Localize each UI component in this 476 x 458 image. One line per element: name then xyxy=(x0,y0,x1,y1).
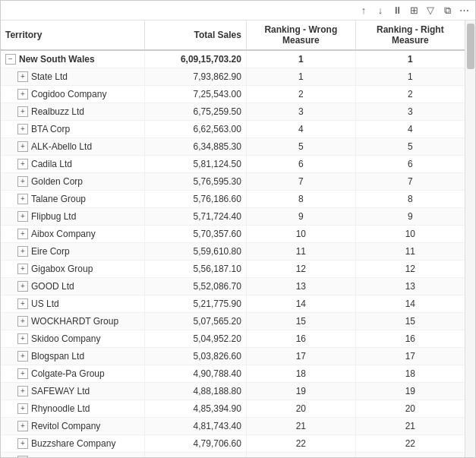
table-row[interactable]: +Gigabox Group5,56,187.101212 xyxy=(1,261,465,278)
row-expand-icon[interactable]: + xyxy=(17,298,28,309)
row-expand-icon[interactable]: + xyxy=(17,106,28,117)
table-row[interactable]: +BTA Corp6,62,563.0044 xyxy=(1,121,465,138)
table-row[interactable]: +Golden Corp5,76,595.3077 xyxy=(1,173,465,191)
row-wrong-rank: 9 xyxy=(246,208,355,226)
scrollbar[interactable] xyxy=(465,21,475,457)
row-expand-icon[interactable]: + xyxy=(17,351,28,362)
row-sales: 6,34,885.30 xyxy=(145,138,246,156)
sort-asc-icon[interactable]: ↑ xyxy=(357,4,370,17)
filter-icon[interactable]: ▽ xyxy=(424,4,437,17)
table-row[interactable]: +Oozz Group4,75,552.602323 xyxy=(1,453,465,458)
row-expand-icon[interactable]: + xyxy=(17,421,28,431)
table-row[interactable]: +Talane Group5,76,186.6088 xyxy=(1,191,465,208)
row-wrong-rank: 19 xyxy=(246,383,355,400)
row-expand-icon[interactable]: + xyxy=(17,456,28,457)
row-right-rank: 10 xyxy=(355,226,465,243)
table-row[interactable]: +ALK-Abello Ltd6,34,885.3055 xyxy=(1,138,465,156)
row-territory-label: Rhynoodle Ltd xyxy=(31,403,90,414)
row-expand-icon[interactable]: + xyxy=(17,438,28,449)
table-row[interactable]: +State Ltd7,93,862.9011 xyxy=(1,68,465,86)
row-sales: 6,09,15,703.20 xyxy=(145,50,246,68)
row-territory-label: New South Wales xyxy=(19,54,95,65)
row-sales: 5,76,595.30 xyxy=(145,173,246,191)
row-territory-label: Revitol Company xyxy=(31,421,100,431)
table-row[interactable]: +Buzzshare Company4,79,706.602222 xyxy=(1,435,465,453)
row-wrong-rank: 10 xyxy=(246,226,355,243)
row-territory-label: Gigabox Group xyxy=(31,264,93,274)
row-expand-icon[interactable]: + xyxy=(17,71,28,82)
row-territory-label: Golden Corp xyxy=(31,176,83,187)
row-sales: 5,07,565.20 xyxy=(145,313,246,330)
row-sales: 5,70,357.60 xyxy=(145,226,246,243)
table-row[interactable]: +Skidoo Company5,04,952.201616 xyxy=(1,330,465,348)
row-expand-icon[interactable]: + xyxy=(17,176,28,187)
row-territory-label: Colgate-Pa Group xyxy=(31,368,105,379)
row-expand-icon[interactable]: + xyxy=(17,124,28,134)
table-row[interactable]: +Colgate-Pa Group4,90,788.401818 xyxy=(1,365,465,383)
more-icon[interactable]: ⋯ xyxy=(457,4,471,17)
col-header-wrong[interactable]: Ranking - Wrong Measure xyxy=(246,21,355,50)
row-expand-icon[interactable]: + xyxy=(17,368,28,379)
row-sales: 6,62,563.00 xyxy=(145,121,246,138)
row-territory-label: Realbuzz Ltd xyxy=(31,106,84,117)
row-right-rank: 9 xyxy=(355,208,465,226)
pause-icon[interactable]: ⏸ xyxy=(390,4,404,17)
row-wrong-rank: 17 xyxy=(246,348,355,365)
row-wrong-rank: 21 xyxy=(246,418,355,435)
row-expand-icon[interactable]: + xyxy=(17,316,28,327)
table-row[interactable]: −New South Wales6,09,15,703.2011 xyxy=(1,50,465,68)
row-right-rank: 13 xyxy=(355,278,465,295)
row-expand-icon[interactable]: + xyxy=(17,386,28,396)
row-expand-icon[interactable]: + xyxy=(17,403,28,414)
row-right-rank: 22 xyxy=(355,435,465,453)
expand-icon[interactable]: ⊞ xyxy=(407,4,421,17)
row-expand-icon[interactable]: + xyxy=(17,211,28,222)
row-right-rank: 16 xyxy=(355,330,465,348)
row-expand-icon[interactable]: + xyxy=(17,141,28,152)
row-sales: 5,81,124.50 xyxy=(145,156,246,173)
export-icon[interactable]: ⧉ xyxy=(440,4,454,17)
table-row[interactable]: +Aibox Company5,70,357.601010 xyxy=(1,226,465,243)
col-header-right[interactable]: Ranking - Right Measure xyxy=(355,21,465,50)
sort-desc-icon[interactable]: ↓ xyxy=(374,4,387,17)
row-wrong-rank: 20 xyxy=(246,400,355,418)
row-expand-icon[interactable]: + xyxy=(17,229,28,239)
row-sales: 5,76,186.60 xyxy=(145,191,246,208)
col-header-territory[interactable]: Territory xyxy=(1,21,145,50)
table-row[interactable]: +Blogspan Ltd5,03,826.601717 xyxy=(1,348,465,365)
table-row[interactable]: +WOCKHARDT Group5,07,565.201515 xyxy=(1,313,465,330)
row-expand-icon[interactable]: + xyxy=(17,281,28,292)
row-expand-icon[interactable]: + xyxy=(17,194,28,204)
table-row[interactable]: +SAFEWAY Ltd4,88,188.801919 xyxy=(1,383,465,400)
row-sales: 7,93,862.90 xyxy=(145,68,246,86)
table-row[interactable]: +Cadila Ltd5,81,124.5066 xyxy=(1,156,465,173)
row-right-rank: 15 xyxy=(355,313,465,330)
row-wrong-rank: 5 xyxy=(246,138,355,156)
row-right-rank: 19 xyxy=(355,383,465,400)
row-expand-icon[interactable]: + xyxy=(17,246,28,257)
table-row[interactable]: +Eire Corp5,59,610.801111 xyxy=(1,243,465,261)
row-wrong-rank: 6 xyxy=(246,156,355,173)
table-scroll[interactable]: Territory Total Sales Ranking - Wrong Me… xyxy=(1,21,465,457)
row-sales: 5,56,187.10 xyxy=(145,261,246,278)
row-expand-icon[interactable]: + xyxy=(17,264,28,274)
table-row[interactable]: +Rhynoodle Ltd4,85,394.902020 xyxy=(1,400,465,418)
row-territory-label: Oozz Group xyxy=(31,456,80,457)
row-expand-icon[interactable]: + xyxy=(17,89,28,99)
row-territory-label: US Ltd xyxy=(31,298,59,309)
table-row[interactable]: +Realbuzz Ltd6,75,259.5033 xyxy=(1,103,465,121)
row-expand-icon[interactable]: + xyxy=(17,159,28,169)
col-header-sales[interactable]: Total Sales xyxy=(145,21,246,50)
row-expand-icon[interactable]: + xyxy=(17,333,28,344)
row-sales: 4,88,188.80 xyxy=(145,383,246,400)
row-territory-label: ALK-Abello Ltd xyxy=(31,141,92,152)
table-wrapper: Territory Total Sales Ranking - Wrong Me… xyxy=(1,21,475,457)
row-wrong-rank: 3 xyxy=(246,103,355,121)
table-row[interactable]: +GOOD Ltd5,52,086.701313 xyxy=(1,278,465,295)
row-expand-icon[interactable]: − xyxy=(5,54,16,65)
table-row[interactable]: +Flipbug Ltd5,71,724.4099 xyxy=(1,208,465,226)
row-right-rank: 18 xyxy=(355,365,465,383)
table-row[interactable]: +US Ltd5,21,775.901414 xyxy=(1,295,465,313)
table-row[interactable]: +Revitol Company4,81,743.402121 xyxy=(1,418,465,435)
table-row[interactable]: +Cogidoo Company7,25,543.0022 xyxy=(1,86,465,103)
